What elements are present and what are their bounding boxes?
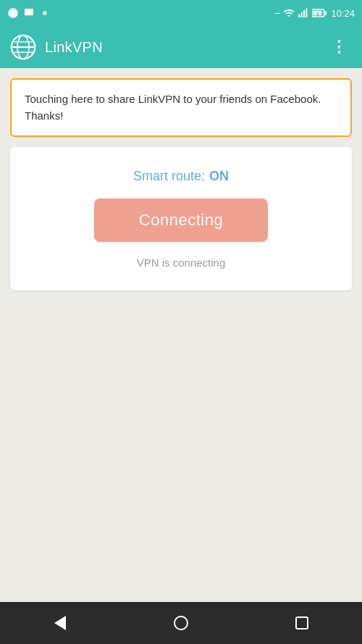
- app-logo: [10, 34, 36, 60]
- svg-rect-5: [306, 8, 308, 17]
- chat-icon: [23, 7, 35, 19]
- svg-point-1: [43, 11, 46, 14]
- svg-rect-2: [299, 14, 300, 17]
- svg-rect-3: [301, 12, 303, 17]
- smart-route-value: ON: [209, 169, 229, 184]
- back-icon: [54, 616, 66, 630]
- app-bar: LinkVPN ⋮: [0, 26, 362, 68]
- home-button[interactable]: [163, 605, 199, 641]
- smart-route-row: Smart route: ON: [133, 169, 229, 184]
- wifi-icon: [283, 7, 295, 19]
- notification-icon: [7, 7, 19, 19]
- recents-icon: [295, 616, 308, 630]
- svg-rect-0: [25, 9, 33, 15]
- signal-icon: [298, 7, 309, 19]
- battery-icon: [312, 8, 327, 18]
- dnd-icon: −: [274, 7, 280, 19]
- banner-text: Touching here to share LinkVPN to your f…: [25, 93, 321, 122]
- recents-button[interactable]: [284, 605, 320, 641]
- time-display: 10:24: [331, 8, 355, 19]
- facebook-banner[interactable]: Touching here to share LinkVPN to your f…: [10, 78, 352, 137]
- svg-rect-8: [325, 12, 327, 15]
- bottom-nav-bar: [0, 602, 362, 644]
- main-content: Touching here to share LinkVPN to your f…: [0, 68, 362, 602]
- vpn-status: VPN is connecting: [137, 256, 226, 269]
- app-title: LinkVPN: [45, 39, 318, 56]
- smart-route-label: Smart route:: [133, 169, 205, 184]
- home-icon: [174, 616, 188, 630]
- menu-button[interactable]: ⋮: [327, 35, 352, 59]
- connect-button[interactable]: Connecting: [94, 198, 268, 242]
- status-bar: − 10:24: [0, 0, 362, 26]
- back-button[interactable]: [42, 605, 78, 641]
- settings-icon: [39, 7, 51, 19]
- vpn-card: Smart route: ON Connecting VPN is connec…: [10, 147, 352, 290]
- svg-rect-4: [303, 10, 305, 17]
- status-bar-right: − 10:24: [274, 7, 355, 19]
- status-bar-icons-left: [7, 7, 51, 19]
